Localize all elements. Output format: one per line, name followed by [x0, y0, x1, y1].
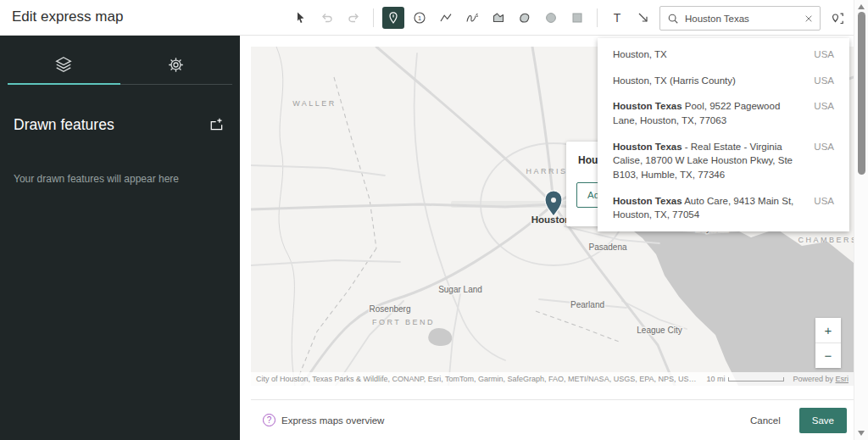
result-region: USA [814, 140, 834, 154]
point-tool[interactable] [382, 7, 404, 29]
express-maps-overview-link[interactable]: ? Express maps overview [263, 414, 384, 426]
search-results-dropdown: Houston, TX USA Houston, TX (Harris Coun… [598, 38, 849, 231]
select-tool[interactable] [290, 7, 312, 29]
scrollbar-thumb[interactable] [858, 12, 865, 175]
map-label-pasadena: Pasadena [588, 242, 626, 252]
polyline-icon [439, 11, 453, 25]
toolbar-separator [373, 8, 374, 27]
zoom-in-button[interactable]: + [815, 318, 841, 343]
map-label-rosenberg: Rosenberg [370, 304, 411, 314]
scale-bar-line [728, 377, 784, 382]
arrow-tool[interactable] [632, 7, 654, 29]
redo-button[interactable] [342, 7, 364, 29]
drawn-features-title: Drawn features [14, 116, 114, 134]
pond-water [428, 328, 452, 346]
add-sketch-layer-button[interactable] [208, 115, 226, 134]
gear-icon [168, 57, 184, 73]
search-box [659, 6, 821, 31]
search-result-item[interactable]: Houston Texas - Real Estate - Virginia C… [598, 134, 849, 188]
redo-icon [347, 11, 360, 25]
circle-tool[interactable] [540, 7, 562, 29]
close-icon [804, 14, 813, 23]
drawing-toolbar: 1 T [290, 0, 681, 36]
powered-by: Powered by Esri [793, 375, 849, 383]
scale-bar: 10 mi [706, 375, 784, 383]
line-tool[interactable] [435, 7, 457, 29]
rectangle-icon [570, 11, 584, 25]
esri-link[interactable]: Esri [836, 375, 849, 383]
footer-bar: ? Express maps overview Cancel Save [251, 399, 854, 440]
map-attribution-bar: City of Houston, Texas Parks & Wildlife,… [251, 372, 854, 386]
tab-settings[interactable] [120, 46, 233, 85]
map-label-harris: HARRIS [526, 167, 567, 175]
freehand-polygon-tool[interactable] [514, 7, 536, 29]
search-result-item[interactable]: Houston Texas Pool, 9522 Pagewood Lane, … [598, 93, 849, 133]
map-label-waller: WALLER [292, 99, 337, 108]
sidebar: Drawn features Your drawn features will … [0, 36, 240, 440]
map-label-pearland: Pearland [570, 300, 604, 309]
arrow-icon [637, 11, 650, 25]
freehand-polygon-icon [518, 11, 531, 25]
add-layer-icon [209, 117, 225, 132]
search-result-item[interactable]: Houston, TX (Harris County) USA [598, 68, 849, 94]
search-result-item[interactable]: Houston, TX USA [598, 42, 849, 68]
polygon-icon [492, 11, 505, 25]
page-scrollbar[interactable] [854, 0, 868, 440]
freehand-line-tool[interactable] [461, 7, 483, 29]
scrollbar-up-arrow[interactable] [858, 4, 865, 9]
layers-icon [54, 55, 73, 74]
undo-button[interactable] [316, 7, 338, 29]
header: Edit express map 1 [0, 0, 854, 36]
drawn-features-header: Drawn features [0, 115, 240, 134]
cancel-button[interactable]: Cancel [750, 415, 781, 426]
freehand-line-icon [465, 11, 479, 25]
map-label-league-city: League City [637, 326, 682, 335]
text-tool[interactable]: T [606, 7, 628, 29]
save-button[interactable]: Save [799, 408, 847, 433]
text-tool-icon: T [614, 12, 621, 24]
map-pin-icon [387, 11, 400, 25]
circle-icon [544, 11, 558, 25]
numbered-point-tool[interactable]: 1 [409, 7, 431, 29]
map-label-chambers: CHAMBERS [798, 236, 854, 244]
result-region: USA [814, 194, 834, 209]
polygon-tool[interactable] [487, 7, 509, 29]
map-zoom-controls: + − [815, 318, 841, 368]
tab-layers[interactable] [8, 46, 120, 85]
numbered-point-icon: 1 [413, 11, 426, 25]
attribution-text: City of Houston, Texas Parks & Wildlife,… [251, 375, 706, 383]
result-region: USA [814, 99, 834, 114]
clear-search-button[interactable] [804, 14, 813, 23]
cursor-icon [294, 11, 308, 25]
undo-icon [320, 11, 334, 25]
page-title: Edit express map [12, 8, 123, 25]
scale-label: 10 mi [706, 375, 725, 383]
result-region: USA [814, 74, 834, 88]
search-icon [667, 13, 679, 25]
footer-actions: Cancel Save [750, 408, 847, 433]
result-region: USA [814, 47, 834, 62]
help-icon: ? [263, 414, 275, 426]
map-label-sugar-land: Sugar Land [438, 285, 482, 294]
search-input[interactable] [685, 14, 798, 24]
pin-brackets-icon [830, 11, 845, 26]
map-label-houston: Houston [531, 214, 571, 225]
scrollbar-down-arrow[interactable] [858, 431, 865, 436]
svg-text:1: 1 [418, 14, 421, 22]
sidebar-tabs [0, 46, 240, 85]
map-label-fort-bend: FORT BEND [372, 318, 435, 326]
search-result-item[interactable]: Houston Texas Auto Care, 9413 Main St, H… [598, 188, 849, 228]
zoom-to-location-button[interactable] [826, 8, 848, 29]
toolbar-separator [597, 8, 598, 27]
drawn-features-empty-message: Your drawn features will appear here [0, 173, 240, 185]
rectangle-tool[interactable] [566, 7, 588, 29]
zoom-out-button[interactable]: − [815, 343, 841, 368]
